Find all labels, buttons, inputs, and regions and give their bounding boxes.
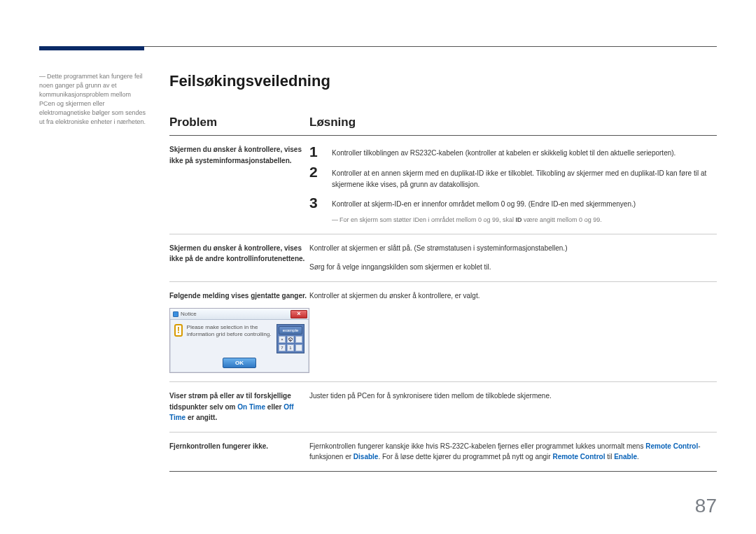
dialog-footer: OK <box>170 358 309 372</box>
dialog-title-left: Notice <box>173 310 197 318</box>
dialog-body: ! Please make selection in the informati… <box>170 320 309 358</box>
solution-cell: Juster tiden på PCen for å synkronisere … <box>309 382 717 433</box>
step: 1 Kontroller tilkoblingen av RS232C-kabe… <box>309 144 717 159</box>
footnote-post: være angitt mellom 0 og 99. <box>522 216 602 223</box>
table-row: Skjermen du ønsker å kontrollere, vises … <box>169 234 717 281</box>
table-row: Fjernkontrollen fungerer ikke. Fjernkont… <box>169 432 717 471</box>
solution-cell: Kontroller at skjermen er slått på. (Se … <box>309 234 717 281</box>
info-icon <box>173 311 178 317</box>
page: ―Dette programmet kan fungere feil noen … <box>0 0 756 534</box>
step-number: 2 <box>309 164 321 190</box>
p2: er angitt. <box>186 414 217 421</box>
period: . <box>637 453 639 461</box>
troubleshooting-table: Problem Løsning Skjermen du ønsker å kon… <box>169 115 717 472</box>
solution-line: Sørg for å velge inngangskilden som skje… <box>309 262 717 273</box>
table-row: Følgende melding vises gjentatte ganger.… <box>169 281 717 382</box>
problem-text: Følgende melding vises gjentatte ganger. <box>169 290 309 302</box>
footnote-pre: For en skjerm som støtter IDen i området… <box>340 216 516 223</box>
disable: Disable <box>354 453 379 461</box>
brand-bar <box>39 46 144 50</box>
solution-cell: 1 Kontroller tilkoblingen av RS232C-kabe… <box>309 136 717 234</box>
step-body: Kontroller at skjerm-ID-en er innenfor o… <box>332 195 717 210</box>
col-header-solution: Løsning <box>309 115 717 136</box>
warning-icon: ! <box>174 324 183 337</box>
mini-cell: ⏼ <box>287 336 294 343</box>
mini-cell <box>295 344 302 351</box>
sc: . For å løse dette kjører du programmet … <box>378 453 552 461</box>
step-number: 1 <box>309 144 321 159</box>
dialog-titlebar: Notice × <box>170 309 309 320</box>
step-body: Kontroller tilkoblingen av RS232C-kabele… <box>332 144 717 159</box>
mini-cell: × <box>279 336 286 343</box>
example-chip: example <box>279 326 302 335</box>
table-row: Skjermen du ønsker å kontrollere, vises … <box>169 136 717 234</box>
col-header-problem: Problem <box>169 115 309 136</box>
step-number: 3 <box>309 195 321 210</box>
footnote: ―For en skjerm som støtter IDen i område… <box>332 216 717 225</box>
notice-dialog: Notice × ! Please make selecti <box>169 308 309 373</box>
sa: Fjernkontrollen fungerer kanskje ikke hv… <box>309 442 645 450</box>
sidenote-text: Dette programmet kan fungere feil noen g… <box>39 73 146 125</box>
problem-cell: Viser strøm på eller av til forskjellige… <box>169 382 309 433</box>
close-button[interactable]: × <box>290 310 307 318</box>
mini-grid: × ⏼ 7 1 <box>279 336 302 351</box>
mini-cell: 1 <box>287 344 294 351</box>
problem-cell: Skjermen du ønsker å kontrollere, vises … <box>169 136 309 234</box>
problem-cell: Fjernkontrollen fungerer ikke. <box>169 432 309 471</box>
footnote-dash: ― <box>332 216 338 223</box>
remote-control-2: Remote Control <box>552 453 605 461</box>
step-body: Kontroller at en annen skjerm med en dup… <box>332 164 717 190</box>
step: 3 Kontroller at skjerm-ID-en er innenfor… <box>309 195 717 210</box>
dialog-right-panel: example × ⏼ 7 1 <box>276 324 304 353</box>
footnote-bold: ID <box>516 216 522 223</box>
solution-cell: Kontroller at skjermen du ønsker å kontr… <box>309 281 717 382</box>
content: Feilsøkingsveiledning Problem Løsning Sk… <box>169 72 717 472</box>
sidenote-dash: ― <box>39 73 46 80</box>
problem-cell: Følgende melding vises gjentatte ganger.… <box>169 281 309 382</box>
page-title: Feilsøkingsveiledning <box>169 72 717 90</box>
dialog-message: Please make selection in the information… <box>187 324 272 338</box>
mini-cell: 7 <box>279 344 286 351</box>
main-row: ―Dette programmet kan fungere feil noen … <box>39 72 717 472</box>
on-time: On Time <box>237 403 265 411</box>
solution-cell: Fjernkontrollen fungerer kanskje ikke hv… <box>309 432 717 471</box>
page-number: 87 <box>695 495 717 517</box>
solution-line: Kontroller at skjermen er slått på. (Se … <box>309 243 717 254</box>
mini-cell <box>295 336 302 343</box>
sidenote: ―Dette programmet kan fungere feil noen … <box>39 72 148 472</box>
problem-cell: Skjermen du ønsker å kontrollere, vises … <box>169 234 309 281</box>
enable: Enable <box>614 453 637 461</box>
remote-control: Remote Control <box>645 442 698 450</box>
sd: til <box>605 453 614 461</box>
dialog-title: Notice <box>181 310 197 318</box>
table-row: Viser strøm på eller av til forskjellige… <box>169 382 717 433</box>
dialog-left: ! Please make selection in the informati… <box>174 324 272 353</box>
ok-button[interactable]: OK <box>223 358 256 368</box>
close-icon: × <box>297 311 300 317</box>
mid: eller <box>265 403 284 411</box>
step: 2 Kontroller at en annen skjerm med en d… <box>309 164 717 190</box>
